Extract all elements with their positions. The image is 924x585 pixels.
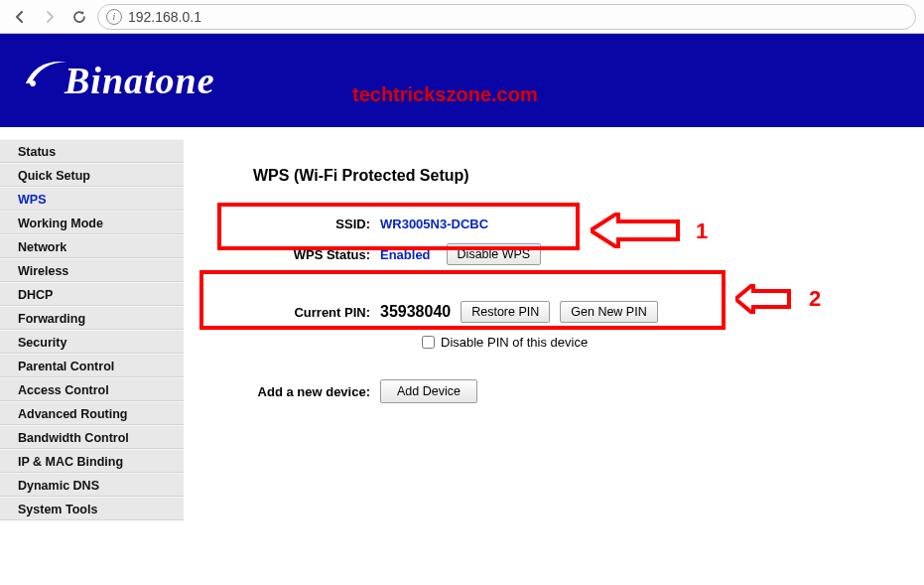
sidebar-item-bandwidth-control[interactable]: Bandwidth Control	[0, 425, 184, 449]
brand-text: Binatone	[65, 59, 215, 102]
add-device-button[interactable]: Add Device	[380, 379, 477, 403]
sidebar-item-dynamic-dns[interactable]: Dynamic DNS	[0, 473, 184, 497]
brand-logo: Binatone	[24, 59, 215, 102]
sidebar: Status Quick Setup WPS Working Mode Netw…	[0, 127, 184, 585]
sidebar-item-parental-control[interactable]: Parental Control	[0, 354, 184, 377]
sidebar-item-dhcp[interactable]: DHCP	[0, 282, 184, 306]
sidebar-item-network[interactable]: Network	[0, 234, 184, 258]
disable-pin-checkbox[interactable]	[422, 336, 435, 349]
disable-pin-label: Disable PIN of this device	[441, 335, 588, 350]
svg-point-0	[30, 80, 36, 86]
main-panel: WPS (Wi-Fi Protected Setup) SSID: WR3005…	[184, 127, 924, 585]
browser-toolbar: i 192.168.0.1	[0, 0, 924, 34]
content-area: Status Quick Setup WPS Working Mode Netw…	[0, 127, 924, 585]
url-text: 192.168.0.1	[128, 9, 201, 25]
sidebar-item-forwarding[interactable]: Forwarding	[0, 306, 184, 330]
sidebar-item-wireless[interactable]: Wireless	[0, 258, 184, 282]
restore-pin-button[interactable]: Restore PIN	[461, 301, 550, 323]
gen-new-pin-button[interactable]: Gen New PIN	[560, 301, 657, 323]
address-bar[interactable]: i 192.168.0.1	[97, 4, 916, 30]
back-button[interactable]	[8, 5, 32, 29]
sidebar-item-access-control[interactable]: Access Control	[0, 377, 184, 401]
sidebar-item-quick-setup[interactable]: Quick Setup	[0, 163, 184, 187]
ssid-value: WR3005N3-DCBC	[380, 217, 488, 231]
annotation-number-1: 1	[696, 219, 708, 244]
current-pin-value: 35938040	[380, 303, 451, 321]
ssid-label: SSID:	[253, 217, 380, 231]
sidebar-item-security[interactable]: Security	[0, 330, 184, 354]
wps-status-value: Enabled	[380, 247, 431, 262]
annotation-arrow-1	[591, 213, 680, 248]
sidebar-item-status[interactable]: Status	[0, 139, 184, 163]
sidebar-item-system-tools[interactable]: System Tools	[0, 497, 184, 520]
sidebar-item-ip-mac-binding[interactable]: IP & MAC Binding	[0, 449, 184, 473]
sidebar-item-advanced-routing[interactable]: Advanced Routing	[0, 401, 184, 425]
sidebar-item-wps[interactable]: WPS	[0, 187, 184, 211]
annotation-arrow-2	[735, 284, 791, 314]
annotation-number-2: 2	[809, 286, 821, 312]
disable-wps-button[interactable]: Disable WPS	[447, 243, 542, 265]
header-banner: Binatone techtrickszone.com	[0, 34, 924, 127]
reload-button[interactable]	[67, 5, 91, 29]
add-device-label: Add a new device:	[253, 384, 380, 399]
forward-button[interactable]	[38, 5, 62, 29]
logo-swoosh-icon	[24, 56, 68, 93]
sidebar-item-working-mode[interactable]: Working Mode	[0, 211, 184, 234]
current-pin-label: Current PIN:	[253, 305, 380, 320]
page-title: WPS (Wi-Fi Protected Setup)	[253, 167, 894, 185]
info-icon: i	[106, 9, 122, 25]
wps-status-label: WPS Status:	[253, 247, 380, 262]
watermark-text: techtrickszone.com	[352, 83, 538, 106]
